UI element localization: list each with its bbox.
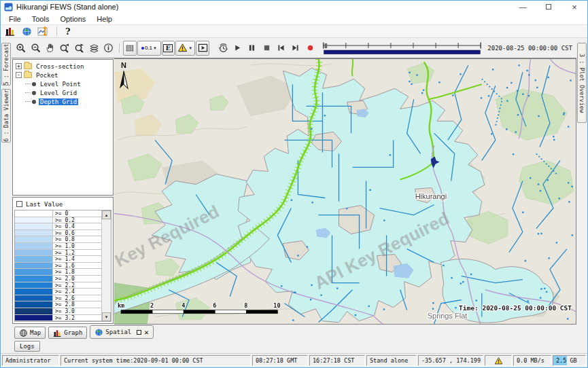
grid-icon [125,43,135,53]
menu-item[interactable]: Help [91,15,118,23]
chevron-down-icon: ▼ [153,46,157,50]
current-datetime-label: 2020-08-25 00:00:00 CST [487,45,574,52]
legend-row[interactable]: >= 0.4 [15,223,101,230]
legend-row[interactable]: >= 3.0 [15,308,101,315]
tree-leaf[interactable]: Level Point [16,79,113,88]
minimize-button[interactable]: — [510,1,536,13]
left-dock-strip: 5 : Forecast6 : Data Viewer [1,38,12,325]
map-view[interactable]: API Key Required API Key Required Hikura… [114,58,576,325]
legend-row[interactable]: >= 2.0 [15,276,101,282]
info-icon [103,43,114,53]
dock-tab[interactable]: 5 : Forecast [1,43,11,86]
legend-row[interactable]: >= 3.2 [15,315,101,322]
last-frame-button[interactable] [289,41,302,56]
legend-scrollbar[interactable]: ▲ ▼ [101,210,111,321]
float-window-icon[interactable] [137,330,141,335]
tree-leaf[interactable]: Depth Grid [16,97,113,106]
legend-row[interactable]: >= 0.6 [15,230,101,237]
contour-interval-dropdown[interactable]: 0.1 ▼ [137,41,161,56]
zoom-in-button[interactable] [14,41,28,56]
animation-speed-button[interactable] [216,41,230,56]
legend-color-swatch [15,301,53,308]
svg-text:8: 8 [244,302,247,309]
slider-handle[interactable] [325,43,328,48]
legend-row[interactable]: >= 2.8 [15,301,101,308]
dot-icon [141,47,144,50]
legend-color-swatch [15,295,53,301]
first-frame-button[interactable] [274,41,288,56]
wire-globe-icon [19,329,28,337]
legend-row[interactable]: >= 2.6 [15,295,101,302]
stop-icon [262,43,271,52]
time-slider[interactable] [321,41,483,56]
legend-row[interactable]: >= 0 [15,210,101,217]
tree-leaf[interactable]: Level Grid [16,88,113,97]
legend-color-swatch [15,250,53,256]
movie-export-button[interactable] [196,41,209,56]
expand-icon[interactable]: + [16,63,22,69]
legend-row[interactable]: >= 1.6 [15,263,101,270]
play-button[interactable] [230,41,244,56]
tab-spatial[interactable]: Spatial ✕ [90,325,154,339]
legend-row[interactable]: >= 1.4 [15,256,101,263]
pause-button[interactable] [245,41,259,56]
map-display-button[interactable] [21,26,32,37]
classbreaks-toggle[interactable]: E [162,41,175,56]
maximize-button[interactable] [536,1,561,13]
legend-color-swatch [15,243,53,249]
warning-icon [494,356,503,365]
globe-icon [22,26,32,37]
zoom-out-button[interactable] [29,41,42,56]
warnings-dropdown[interactable]: ▼ [175,41,196,56]
close-tab-icon[interactable]: ✕ [144,330,149,335]
menu-item[interactable]: Tools [27,15,55,23]
pan-button[interactable] [44,41,57,56]
menu-item[interactable]: Options [54,15,91,23]
legend-color-swatch [15,230,53,236]
dock-tab[interactable]: 6 : Data Viewer [1,89,11,143]
logs-button[interactable]: Logs [14,341,40,352]
tab-map[interactable]: Map [14,327,46,339]
help-button[interactable]: ? [65,26,71,37]
legend-row[interactable]: >= 2.2 [15,282,101,289]
status-system-time: Current system time:2020-09-01 00:00 CST [60,355,251,366]
legend-row[interactable]: >= 2.4 [15,289,101,295]
topology-tree[interactable]: + Cross-section - Pocket [12,59,114,196]
last-value-checkbox[interactable] [16,201,22,207]
zoom-previous-button[interactable] [58,41,71,56]
legend-row[interactable]: >= 1.8 [15,269,101,276]
close-button[interactable]: × [561,1,587,13]
dock-tab[interactable]: 3 : Plot Overview [577,43,587,123]
bar-chart-icon [53,329,62,337]
timer-icon [218,43,228,53]
legend-color-swatch [15,210,53,217]
main-toolbar: ? [1,25,587,38]
legend-row[interactable]: >= 0.8 [15,236,101,243]
legend-row[interactable]: >= 1.0 [15,243,101,250]
database-display-button[interactable] [5,26,16,37]
legend-row[interactable]: >= 0.2 [15,217,101,224]
collapse-icon[interactable]: - [16,72,22,78]
tab-graph[interactable]: Graph [48,327,87,339]
svg-text:Springs Flat: Springs Flat [428,312,468,320]
legend-color-swatch [15,276,53,282]
zoom-next-button[interactable] [73,41,86,56]
title-bar[interactable]: Hikurangi FEWS (Stand alone) — × [1,1,587,13]
tree-node[interactable]: - Pocket [16,71,113,79]
window-title: Hikurangi FEWS (Stand alone) [16,3,118,11]
tree-node[interactable]: + Cross-section [16,62,113,71]
legend-row[interactable]: >= 1.2 [15,250,101,257]
menu-item[interactable]: File [3,15,27,23]
stop-button[interactable] [260,41,273,56]
layers-button[interactable] [87,41,101,56]
map-time-label: Time: 2020-08-25 00:00:00 CST [459,304,572,312]
record-button[interactable] [303,41,317,56]
status-warning-cell[interactable] [485,355,512,366]
scroll-up-icon[interactable]: ▲ [102,210,111,219]
scroll-down-icon[interactable]: ▼ [102,312,111,321]
bullet-icon [32,91,36,95]
grid-display-toggle[interactable] [123,41,137,56]
info-button[interactable] [101,41,115,56]
status-gmt-time: 08:27:18 GMT [252,355,308,366]
timeseries-display-button[interactable] [37,26,48,37]
